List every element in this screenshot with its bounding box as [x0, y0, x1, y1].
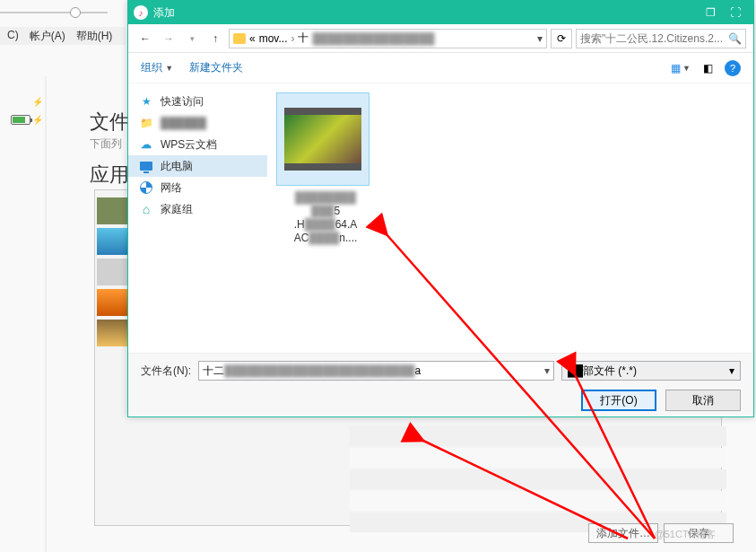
file-item[interactable]: ████████ ███5 .H████64.A AC████n.... — [276, 92, 375, 245]
view-options-icon[interactable]: ▦ ▼ — [671, 60, 691, 76]
sidebar-item-thispc[interactable]: 此电脑 — [128, 155, 267, 177]
lightning-icon: ⚡ — [32, 97, 43, 107]
preview-pane-icon[interactable]: ◧ — [698, 60, 717, 76]
homegroup-icon: ⌂ — [139, 203, 153, 215]
nav-back-icon[interactable]: ← — [135, 29, 155, 48]
dialog-title: 添加 — [153, 5, 175, 21]
sidebar-item-quick[interactable]: ★快速访问 — [128, 91, 267, 112]
add-file-button[interactable]: 添加文件… — [588, 523, 658, 543]
toolbar-organize[interactable]: 组织 ▼ — [141, 60, 173, 75]
star-icon: ★ — [139, 95, 153, 108]
search-field[interactable] — [580, 32, 728, 45]
monitor-icon — [139, 160, 153, 172]
thumb-column — [97, 197, 128, 350]
app-icon: ♪ — [134, 5, 148, 20]
open-button[interactable]: 打开(O) — [581, 390, 656, 411]
filetype-select[interactable]: ██部文件 (*.*)▾ — [561, 361, 741, 381]
file-pane[interactable]: ████████ ███5 .H████64.A AC████n.... — [267, 83, 753, 353]
address-bar[interactable]: « mov... › 十 ████████████████ ▾ — [229, 29, 547, 48]
sidebar-item-network[interactable]: 网络 — [128, 177, 267, 198]
crumb-item[interactable]: mov... — [259, 32, 288, 45]
refresh-icon[interactable]: ⟳ — [551, 29, 572, 48]
restore-icon[interactable]: ❐ — [698, 4, 723, 22]
menu-c[interactable]: C) — [4, 27, 22, 45]
section-title-files: 文件 — [90, 109, 129, 136]
filename-input[interactable]: 十二█████████████████████████a ▾ — [198, 361, 554, 381]
menu-account[interactable]: 帐户(A) — [26, 27, 69, 45]
sidebar-item-hidden[interactable]: 📁██████ — [128, 112, 267, 134]
sidebar-item-homegroup[interactable]: ⌂家庭组 — [128, 198, 267, 220]
nav-recent-icon[interactable]: ▾ — [182, 29, 202, 48]
filename-label: 文件名(N): — [141, 364, 191, 379]
help-icon[interactable]: ? — [725, 60, 741, 76]
cloud-icon: ☁ — [139, 138, 153, 151]
folder-icon — [233, 33, 246, 44]
nav-up-icon[interactable]: ↑ — [205, 29, 225, 48]
file-open-dialog: ♪ 添加 ❐ ⛶ ← → ▾ ↑ « mov... › 十 ██████████… — [127, 0, 754, 417]
crumb-prefix: « — [249, 32, 256, 45]
section-subtitle: 下面列 — [90, 136, 122, 152]
video-thumbnail[interactable] — [276, 92, 369, 186]
sidebar-item-wps[interactable]: ☁WPS云文档 — [128, 134, 267, 155]
toolbar-newfolder[interactable]: 新建文件夹 — [189, 60, 243, 75]
nav-forward-icon[interactable]: → — [159, 29, 178, 48]
file-name: ████████ ███5 .H████64.A AC████n.... — [276, 191, 375, 245]
list-rows — [350, 426, 726, 534]
crumb-item[interactable]: 十 — [298, 31, 308, 46]
maximize-icon[interactable]: ⛶ — [723, 4, 748, 22]
battery-icon — [11, 115, 30, 125]
sidebar: ★快速访问 📁██████ ☁WPS云文档 此电脑 网络 ⌂家庭组 — [128, 83, 267, 353]
search-input[interactable]: 🔍 — [576, 29, 746, 48]
search-icon: 🔍 — [728, 32, 742, 45]
lightning-icon: ⚡ — [32, 115, 43, 125]
network-icon — [139, 181, 153, 194]
cancel-button[interactable]: 取消 — [665, 390, 741, 411]
save-button[interactable]: 保存 — [664, 523, 734, 543]
section-title-apps: 应用 — [90, 162, 129, 188]
menu-help[interactable]: 帮助(H) — [73, 27, 117, 45]
folder-icon: 📁 — [139, 117, 153, 129]
volume-slider[interactable] — [0, 4, 117, 22]
